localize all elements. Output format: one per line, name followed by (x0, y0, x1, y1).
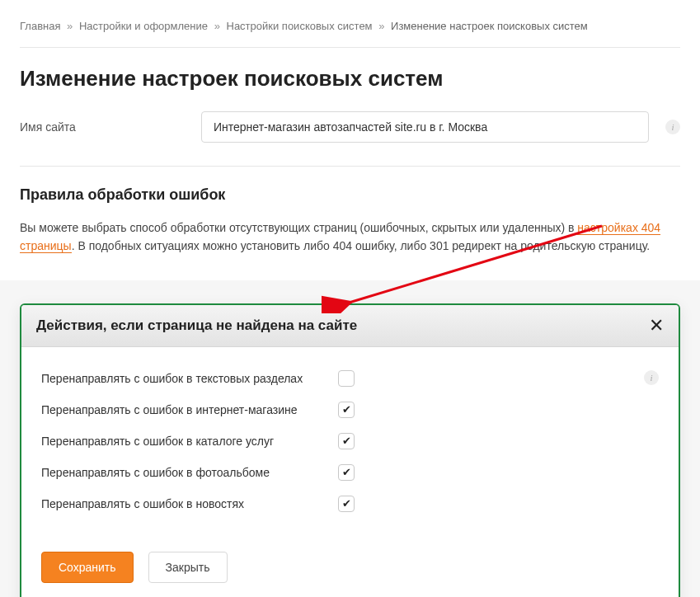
breadcrumb-link-settings[interactable]: Настройки и оформление (79, 20, 208, 32)
checkbox-photo[interactable] (338, 464, 355, 481)
checkbox-shop[interactable] (338, 402, 355, 418)
breadcrumb-sep: » (67, 20, 73, 32)
error-rules-text: Вы можете выбрать способ обработки отсут… (20, 219, 680, 280)
close-icon[interactable]: ✕ (649, 317, 664, 335)
breadcrumb-sep: » (378, 20, 384, 32)
error-rules-text-before: Вы можете выбрать способ обработки отсут… (20, 221, 577, 234)
modal-footer: Сохранить Закрыть (21, 543, 679, 597)
checkbox-label: Перенаправлять с ошибок в интернет-магаз… (41, 403, 338, 416)
modal-body: i Перенаправлять с ошибок в текстовых ра… (21, 347, 679, 543)
checkbox-label: Перенаправлять с ошибок в фотоальбоме (41, 466, 338, 479)
checkbox-row-text-sections: Перенаправлять с ошибок в текстовых разд… (41, 370, 659, 387)
not-found-modal: Действия, если страница не найдена на са… (20, 303, 680, 597)
info-icon[interactable]: i (665, 120, 680, 134)
checkbox-label: Перенаправлять с ошибок в текстовых разд… (41, 372, 338, 385)
checkbox-row-services: Перенаправлять с ошибок в каталоге услуг (41, 433, 659, 449)
page-title: Изменение настроек поисковых систем (20, 66, 680, 92)
site-name-input[interactable] (201, 111, 649, 143)
modal-header: Действия, если страница не найдена на са… (21, 305, 679, 347)
error-rules-text-after: . В подобных ситуациях можно установить … (72, 239, 651, 252)
checkbox-services[interactable] (338, 433, 355, 449)
site-name-label: Имя сайта (20, 120, 185, 134)
breadcrumb: Главная » Настройки и оформление » Настр… (20, 20, 680, 48)
save-button[interactable]: Сохранить (41, 552, 134, 583)
breadcrumb-current: Изменение настроек поисковых систем (391, 20, 588, 32)
checkbox-row-news: Перенаправлять с ошибок в новостях (41, 496, 659, 512)
checkbox-row-shop: Перенаправлять с ошибок в интернет-магаз… (41, 402, 659, 418)
close-button[interactable]: Закрыть (148, 552, 228, 583)
breadcrumb-sep: » (214, 20, 220, 32)
breadcrumb-link-home[interactable]: Главная (20, 20, 60, 32)
checkbox-row-photo: Перенаправлять с ошибок в фотоальбоме (41, 464, 659, 481)
checkbox-news[interactable] (338, 496, 355, 512)
breadcrumb-link-search[interactable]: Настройки поисковых систем (227, 20, 373, 32)
checkbox-text-sections[interactable] (338, 370, 355, 387)
modal-title: Действия, если страница не найдена на са… (36, 317, 357, 334)
checkbox-label: Перенаправлять с ошибок в каталоге услуг (41, 435, 338, 448)
site-name-row: Имя сайта i (20, 111, 680, 167)
checkbox-label: Перенаправлять с ошибок в новостях (41, 497, 338, 510)
error-rules-title: Правила обработки ошибок (20, 186, 680, 204)
info-icon[interactable]: i (644, 370, 659, 385)
